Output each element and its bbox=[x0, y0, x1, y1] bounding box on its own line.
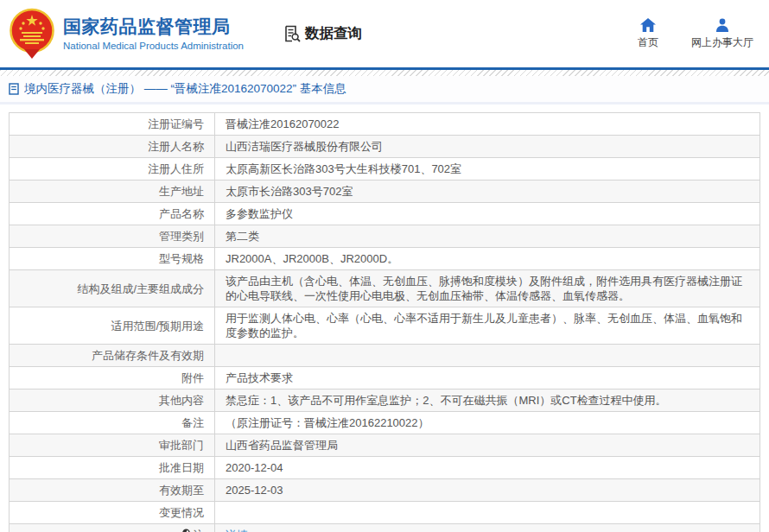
row-value: 产品技术要求 bbox=[215, 367, 760, 390]
row-value: 太原高新区长治路303号大生科技楼701、702室 bbox=[215, 158, 760, 180]
row-value: 用于监测人体心电、心率（心电、心率不适用于新生儿及儿童患者）、脉率、无创血压、体… bbox=[215, 307, 760, 345]
row-label-text: 注册证编号 bbox=[148, 117, 204, 130]
nav-home-label: 首页 bbox=[638, 35, 658, 50]
table-row: 变更情况 bbox=[10, 502, 760, 524]
row-label: 变更情况 bbox=[10, 502, 215, 524]
row-value-text: 2020-12-04 bbox=[226, 461, 283, 474]
table-row: 产品储存条件及有效期 bbox=[10, 345, 760, 367]
breadcrumb-text: 境内医疗器械（注册） —— “晋械注准20162070022” 基本信息 bbox=[24, 81, 346, 97]
table-row: 有效期至 2025-12-03 bbox=[10, 479, 760, 502]
row-value-text: （原注册证号：晋械注准20162210022） bbox=[226, 416, 429, 429]
national-emblem-icon bbox=[8, 8, 56, 60]
user-icon bbox=[715, 17, 729, 32]
hatched-strip bbox=[0, 70, 769, 76]
row-value-text: JR2000A、JR2000B、JR2000D。 bbox=[226, 252, 398, 265]
info-table-body: 注册证编号 晋械注准20162070022 注册人名称 山西洁瑞医疗器械股份有限… bbox=[10, 113, 760, 532]
registration-info-table: 注册证编号 晋械注准20162070022 注册人名称 山西洁瑞医疗器械股份有限… bbox=[9, 112, 760, 532]
row-value: JR2000A、JR2000B、JR2000D。 bbox=[215, 248, 760, 270]
row-label: 注册证编号 bbox=[10, 113, 215, 136]
table-row: 管理类别 第二类 bbox=[10, 225, 760, 248]
header: 国家药品监督管理局 National Medical Products Admi… bbox=[0, 0, 769, 67]
row-label: 有效期至 bbox=[10, 479, 215, 502]
table-row: 注册证编号 晋械注准20162070022 bbox=[10, 113, 760, 136]
row-label: 注册人住所 bbox=[10, 158, 215, 180]
nav-online-hall[interactable]: 网上办事大厅 bbox=[691, 17, 753, 50]
page-icon bbox=[9, 83, 19, 95]
table-row: 审批部门 山西省药品监督管理局 bbox=[10, 434, 760, 457]
row-label-text: 变更情况 bbox=[159, 506, 204, 519]
row-value-text: 山西洁瑞医疗器械股份有限公司 bbox=[226, 140, 383, 153]
row-label: 注 bbox=[10, 524, 215, 532]
note-pin-icon bbox=[181, 529, 191, 532]
row-value: 山西洁瑞医疗器械股份有限公司 bbox=[215, 136, 760, 158]
row-value: 第二类 bbox=[215, 225, 760, 248]
national-emblem-logo bbox=[7, 7, 57, 60]
row-value: 山西省药品监督管理局 bbox=[215, 434, 760, 457]
row-label-text: 管理类别 bbox=[159, 230, 204, 243]
row-value: 详情 bbox=[215, 524, 760, 532]
table-row: 其他内容 禁忌症：1、该产品不可用作室息监护；2、不可在磁共振（MRI）或CT检… bbox=[10, 390, 760, 412]
site-subtitle: National Medical Products Administration bbox=[63, 41, 244, 52]
row-label-text: 审批部门 bbox=[159, 439, 204, 452]
row-value: 2020-12-04 bbox=[215, 457, 760, 479]
table-row: 注册人名称 山西洁瑞医疗器械股份有限公司 bbox=[10, 136, 760, 158]
brand-block: 国家药品监督管理局 National Medical Products Admi… bbox=[63, 16, 244, 52]
row-label-text: 注 bbox=[193, 529, 204, 532]
row-label: 附件 bbox=[10, 367, 215, 390]
row-value-text: 太原高新区长治路303号大生科技楼701、702室 bbox=[226, 162, 461, 175]
row-value-text: 产品技术要求 bbox=[226, 371, 293, 384]
row-label: 其他内容 bbox=[10, 390, 215, 412]
row-label-text: 适用范围/预期用途 bbox=[111, 320, 204, 332]
table-row: 批准日期 2020-12-04 bbox=[10, 457, 760, 479]
nav-home[interactable]: 首页 bbox=[632, 17, 664, 50]
row-value-text: 禁忌症：1、该产品不可用作室息监护；2、不可在磁共振（MRI）或CT检查过程中使… bbox=[226, 394, 667, 407]
table-row: 注 详情 bbox=[10, 524, 760, 532]
table-row: 附件 产品技术要求 bbox=[10, 367, 760, 390]
row-label-text: 其他内容 bbox=[159, 394, 204, 407]
row-value: 多参数监护仪 bbox=[215, 203, 760, 225]
row-label: 生产地址 bbox=[10, 180, 215, 203]
row-label: 适用范围/预期用途 bbox=[10, 307, 215, 345]
breadcrumb: 境内医疗器械（注册） —— “晋械注准20162070022” 基本信息 bbox=[0, 76, 769, 104]
nav-data-query-label: 数据查询 bbox=[305, 24, 362, 43]
home-icon bbox=[640, 17, 656, 32]
row-label-text: 备注 bbox=[181, 416, 204, 429]
document-search-icon bbox=[283, 25, 301, 42]
header-nav: 首页 网上办事大厅 bbox=[632, 17, 753, 50]
row-label-text: 生产地址 bbox=[159, 185, 204, 198]
detail-link[interactable]: 详情 bbox=[226, 529, 248, 532]
table-row: 型号规格 JR2000A、JR2000B、JR2000D。 bbox=[10, 248, 760, 270]
row-label-text: 注册人住所 bbox=[148, 162, 204, 175]
row-value: 太原市长治路303号702室 bbox=[215, 180, 760, 203]
row-value bbox=[215, 502, 760, 524]
row-label-text: 批准日期 bbox=[159, 461, 204, 474]
table-row: 注册人住所 太原高新区长治路303号大生科技楼701、702室 bbox=[10, 158, 760, 180]
row-label: 产品名称 bbox=[10, 203, 215, 225]
table-row: 生产地址 太原市长治路303号702室 bbox=[10, 180, 760, 203]
row-label: 备注 bbox=[10, 412, 215, 434]
row-value: 2025-12-03 bbox=[215, 479, 760, 502]
row-label-text: 附件 bbox=[181, 371, 204, 384]
row-value-text: 用于监测人体心电、心率（心电、心率不适用于新生儿及儿童患者）、脉率、无创血压、体… bbox=[226, 312, 742, 339]
row-value bbox=[215, 345, 760, 367]
row-value-text: 2025-12-03 bbox=[226, 484, 283, 497]
row-label: 结构及组成/主要组成成分 bbox=[10, 270, 215, 307]
row-value-text: 晋械注准20162070022 bbox=[226, 117, 340, 130]
row-label: 管理类别 bbox=[10, 225, 215, 248]
row-label: 审批部门 bbox=[10, 434, 215, 457]
row-value-text: 该产品由主机（含心电、体温、无创血压、脉搏饱和度模块）及附件组成，附件选用具有医… bbox=[226, 275, 742, 302]
row-label: 型号规格 bbox=[10, 248, 215, 270]
row-label-text: 产品名称 bbox=[159, 207, 204, 220]
row-label-text: 产品储存条件及有效期 bbox=[92, 349, 204, 362]
row-value: 该产品由主机（含心电、体温、无创血压、脉搏饱和度模块）及附件组成，附件选用具有医… bbox=[215, 270, 760, 307]
row-value-text: 多参数监护仪 bbox=[226, 207, 293, 220]
row-value: （原注册证号：晋械注准20162210022） bbox=[215, 412, 760, 434]
table-row: 结构及组成/主要组成成分 该产品由主机（含心电、体温、无创血压、脉搏饱和度模块）… bbox=[10, 270, 760, 307]
row-label: 批准日期 bbox=[10, 457, 215, 479]
row-value: 禁忌症：1、该产品不可用作室息监护；2、不可在磁共振（MRI）或CT检查过程中使… bbox=[215, 390, 760, 412]
nav-online-hall-label: 网上办事大厅 bbox=[691, 35, 753, 50]
row-label-text: 注册人名称 bbox=[148, 140, 204, 153]
row-value-text: 第二类 bbox=[226, 230, 259, 243]
table-row: 适用范围/预期用途 用于监测人体心电、心率（心电、心率不适用于新生儿及儿童患者）… bbox=[10, 307, 760, 345]
nav-data-query[interactable]: 数据查询 bbox=[283, 24, 362, 43]
